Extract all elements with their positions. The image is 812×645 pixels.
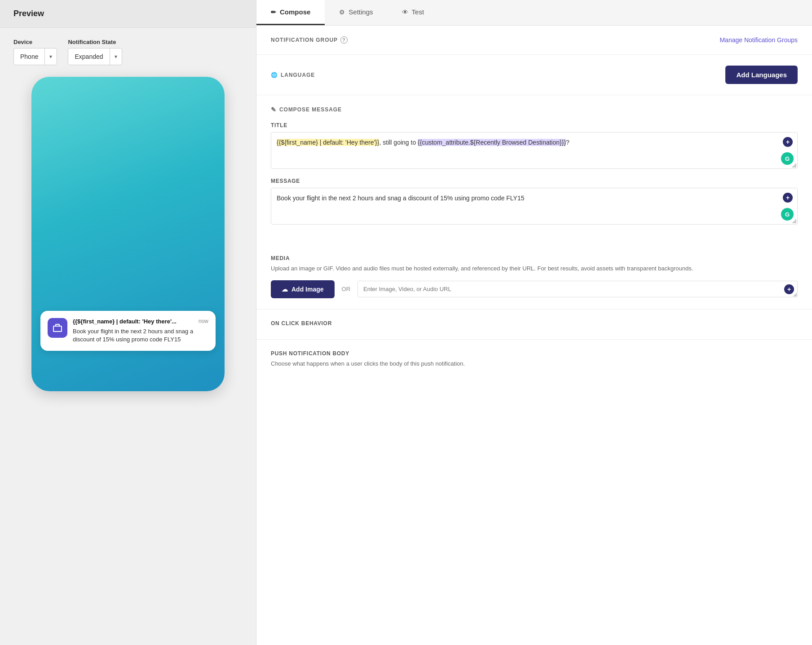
device-select[interactable]: Phone ▾ bbox=[13, 48, 57, 65]
media-row: ☁ Add Image OR + bbox=[271, 280, 798, 298]
info-icon[interactable]: ? bbox=[340, 36, 348, 44]
or-text: OR bbox=[342, 286, 351, 292]
url-input-wrapper: + bbox=[357, 281, 798, 297]
onclick-label: ON CLICK BEHAVIOR bbox=[271, 320, 798, 327]
media-description: Upload an image or GIF. Video and audio … bbox=[271, 264, 798, 273]
title-field-content[interactable]: {{${first_name} | default: 'Hey there'}}… bbox=[271, 133, 797, 168]
notification-group-label: NOTIFICATION GROUP ? bbox=[271, 36, 348, 44]
preview-header: Preview bbox=[0, 0, 256, 28]
add-image-button[interactable]: ☁ Add Image bbox=[271, 280, 335, 298]
language-text: LANGUAGE bbox=[281, 72, 315, 78]
url-input[interactable] bbox=[357, 281, 798, 297]
message-add-button[interactable]: + bbox=[783, 193, 793, 203]
push-notif-label: PUSH NOTIFICATION BODY bbox=[271, 350, 798, 357]
title-add-button[interactable]: + bbox=[783, 137, 793, 147]
tab-settings-label: Settings bbox=[349, 8, 373, 16]
device-value: Phone bbox=[14, 49, 44, 64]
notification-content: {{${first_name} | default: 'Hey there'..… bbox=[73, 318, 208, 344]
grammarly-g-icon: G bbox=[785, 211, 790, 218]
grammarly-icon: G bbox=[785, 155, 790, 162]
state-value: Expanded bbox=[68, 49, 109, 64]
message-field-wrapper: Book your flight in the next 2 hours and… bbox=[271, 188, 798, 225]
app-icon bbox=[48, 318, 67, 338]
state-chevron-down-icon: ▾ bbox=[110, 50, 122, 63]
message-field-label: MESSAGE bbox=[271, 178, 798, 184]
tab-test-label: Test bbox=[412, 8, 424, 16]
briefcase-icon bbox=[52, 322, 63, 333]
device-controls: Device Phone ▾ Notification State Expand… bbox=[0, 28, 256, 72]
compose-pencil-icon: ✎ bbox=[271, 106, 277, 113]
device-control-group: Device Phone ▾ bbox=[13, 39, 57, 65]
tab-compose-label: Compose bbox=[280, 8, 310, 16]
url-resize-handle[interactable] bbox=[793, 293, 797, 296]
compose-message-label: COMPOSE MESSAGE bbox=[279, 106, 342, 113]
title-highlight-purple: {{custom_attribute.${Recently Browsed De… bbox=[418, 139, 566, 146]
globe-icon: 🌐 bbox=[271, 72, 278, 78]
device-chevron-down-icon: ▾ bbox=[45, 50, 57, 63]
phone-preview-area: {{${first_name} | default: 'Hey there'..… bbox=[0, 72, 256, 645]
push-notification-body-section: PUSH NOTIFICATION BODY Choose what happe… bbox=[256, 340, 812, 379]
page-title: Preview bbox=[13, 9, 44, 18]
tab-test[interactable]: 👁 Test bbox=[388, 0, 439, 25]
title-resize-handle[interactable] bbox=[792, 163, 796, 168]
push-notif-description: Choose what happens when a user clicks t… bbox=[271, 359, 798, 368]
language-header: 🌐 LANGUAGE Add Languages bbox=[271, 66, 798, 84]
state-label: Notification State bbox=[68, 39, 122, 45]
notification-time: now bbox=[199, 318, 208, 324]
tabs-bar: ✏ Compose ⚙ Settings 👁 Test bbox=[256, 0, 812, 26]
language-section: 🌐 LANGUAGE Add Languages bbox=[256, 55, 812, 95]
compose-icon: ✏ bbox=[271, 9, 276, 16]
title-field-label: TITLE bbox=[271, 122, 798, 128]
device-label: Device bbox=[13, 39, 57, 45]
state-control-group: Notification State Expanded ▾ bbox=[68, 39, 122, 65]
notification-body: Book your flight in the next 2 hours and… bbox=[73, 327, 208, 344]
phone-mockup: {{${first_name} | default: 'Hey there'..… bbox=[31, 77, 225, 391]
title-text-middle: , still going to bbox=[379, 139, 418, 146]
tab-settings[interactable]: ⚙ Settings bbox=[325, 0, 387, 25]
media-section: MEDIA Upload an image or GIF. Video and … bbox=[256, 244, 812, 309]
state-select[interactable]: Expanded ▾ bbox=[68, 48, 122, 65]
title-field-wrapper: {{${first_name} | default: 'Hey there'}}… bbox=[271, 132, 798, 169]
right-panel: ✏ Compose ⚙ Settings 👁 Test NOTIFICATION… bbox=[256, 0, 812, 645]
compose-message-title: ✎ COMPOSE MESSAGE bbox=[271, 106, 798, 113]
notification-header-row: {{${first_name} | default: 'Hey there'..… bbox=[73, 318, 208, 326]
left-panel: Preview Device Phone ▾ Notification Stat… bbox=[0, 0, 256, 645]
tab-compose[interactable]: ✏ Compose bbox=[256, 0, 325, 25]
message-field-content[interactable]: Book your flight in the next 2 hours and… bbox=[271, 188, 797, 224]
add-languages-button[interactable]: Add Languages bbox=[725, 66, 798, 84]
title-highlight-yellow: {{${first_name} | default: 'Hey there'}} bbox=[277, 139, 379, 146]
notification-group-header: NOTIFICATION GROUP ? Manage Notification… bbox=[271, 36, 798, 44]
title-text-end: ? bbox=[566, 139, 569, 146]
notification-group-text: NOTIFICATION GROUP bbox=[271, 37, 338, 43]
media-label: MEDIA bbox=[271, 255, 798, 261]
upload-icon: ☁ bbox=[282, 286, 288, 293]
url-add-button[interactable]: + bbox=[784, 284, 794, 294]
onclick-behavior-section: ON CLICK BEHAVIOR bbox=[256, 309, 812, 340]
compose-message-section: ✎ COMPOSE MESSAGE TITLE {{${first_name} … bbox=[256, 95, 812, 244]
notification-title: {{${first_name} | default: 'Hey there'..… bbox=[73, 318, 177, 326]
right-content: NOTIFICATION GROUP ? Manage Notification… bbox=[256, 26, 812, 645]
test-eye-icon: 👁 bbox=[402, 9, 408, 16]
settings-gear-icon: ⚙ bbox=[339, 9, 345, 16]
notification-card: {{${first_name} | default: 'Hey there'..… bbox=[40, 311, 216, 351]
language-label: 🌐 LANGUAGE bbox=[271, 72, 315, 78]
add-image-label: Add Image bbox=[291, 286, 324, 293]
manage-notification-groups-link[interactable]: Manage Notification Groups bbox=[719, 36, 798, 44]
notification-group-section: NOTIFICATION GROUP ? Manage Notification… bbox=[256, 26, 812, 55]
message-resize-handle[interactable] bbox=[792, 219, 796, 223]
